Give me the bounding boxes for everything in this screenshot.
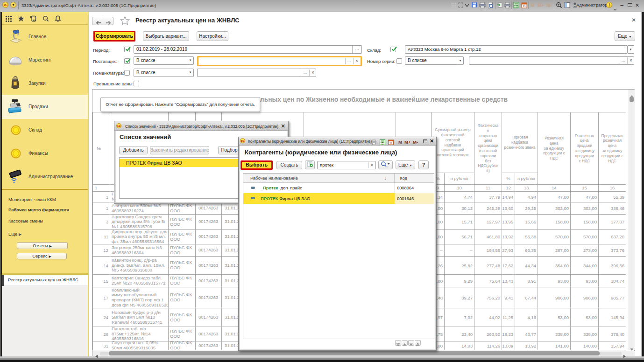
svg-text:31: 31 (389, 142, 392, 145)
svg-text:31: 31 (523, 5, 526, 7)
